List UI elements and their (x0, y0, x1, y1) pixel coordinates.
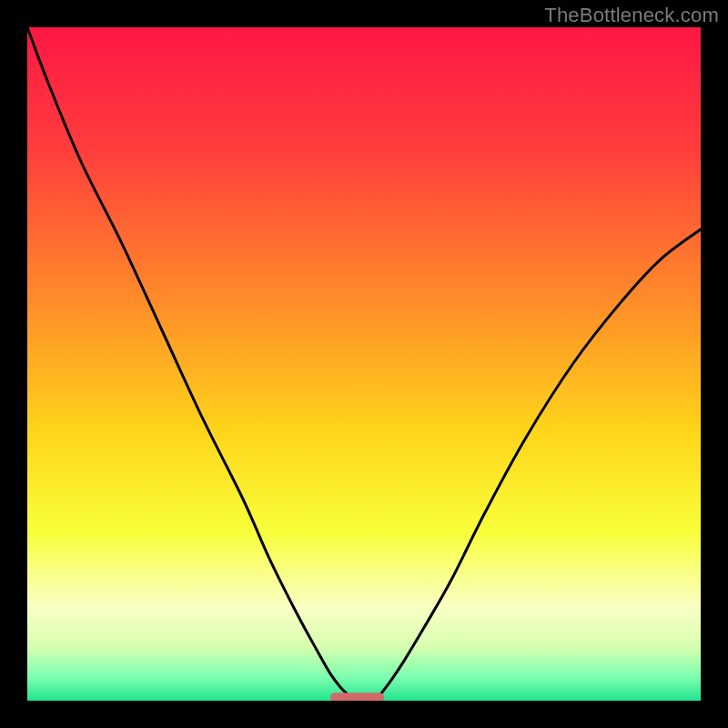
optimal-range-marker (330, 693, 384, 701)
marker-layer (330, 693, 384, 701)
watermark-text: TheBottleneck.com (544, 4, 719, 27)
bottleneck-chart (27, 27, 701, 701)
chart-background (27, 27, 701, 701)
chart-frame: TheBottleneck.com (0, 0, 728, 728)
